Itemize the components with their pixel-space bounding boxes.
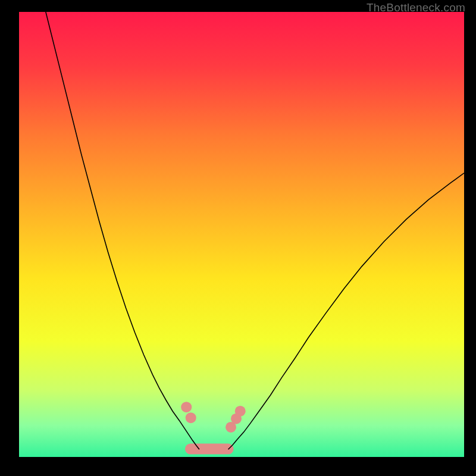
watermark-text: TheBottleneck.com [367,1,465,14]
svg-point-4 [235,406,246,416]
chart-background [19,12,464,457]
plot-area [19,12,464,457]
chart-stage: TheBottleneck.com [0,0,476,476]
svg-point-1 [186,412,196,423]
chart-svg [19,12,464,457]
svg-rect-5 [185,444,234,455]
svg-point-0 [181,402,192,412]
